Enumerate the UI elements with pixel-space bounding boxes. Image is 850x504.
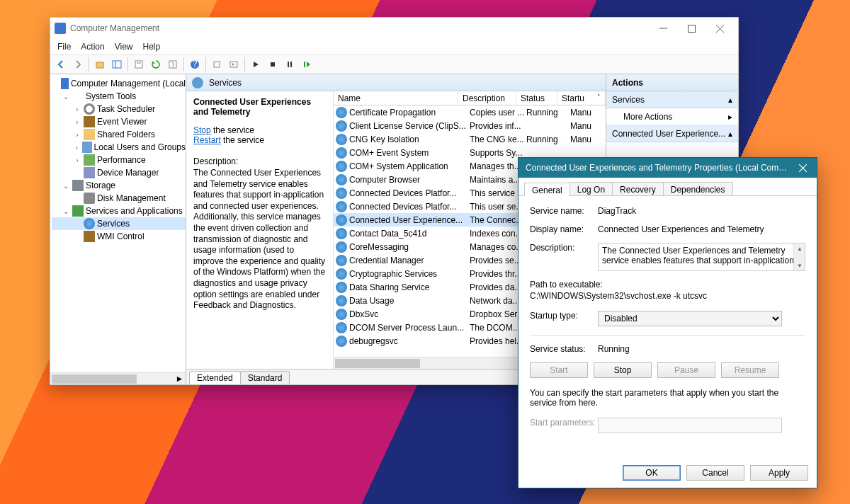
tree-horizontal-scrollbar[interactable]: ◄► [50, 372, 186, 384]
service-row[interactable]: Client License Service (ClipS...Provides… [334, 119, 606, 132]
description-scrollbar[interactable]: ▲▼ [793, 244, 805, 270]
restart-toolbar-button[interactable] [299, 57, 314, 72]
window-title: Computer Management [70, 23, 649, 33]
cell-name: DCOM Server Process Laun... [349, 323, 470, 333]
tree-node[interactable]: ›Event Viewer [52, 115, 186, 128]
col-name[interactable]: Name [334, 91, 458, 105]
stop-toolbar-button[interactable] [265, 57, 280, 72]
tab-extended[interactable]: Extended [189, 371, 241, 384]
scroll-up-icon[interactable]: ▲ [794, 244, 805, 253]
properties-toolbar-button[interactable] [131, 57, 147, 72]
stop-button[interactable]: Stop [594, 362, 652, 378]
description-text: The Connected User Experiences and Telem… [193, 168, 326, 311]
tree-label: System Tools [86, 91, 136, 101]
tree-root[interactable]: Computer Management (Local [52, 77, 186, 90]
lbl-service-status: Service status: [530, 344, 598, 354]
tab-recovery[interactable]: Recovery [612, 182, 664, 195]
lbl-description: Description: [530, 243, 598, 271]
menu-view[interactable]: View [115, 42, 133, 52]
val-path: C:\WINDOWS\System32\svchost.exe -k utcsv… [530, 291, 805, 301]
startup-type-select[interactable]: Disabled [598, 311, 782, 326]
titlebar[interactable]: Computer Management [50, 18, 738, 39]
tree-label: Event Viewer [97, 117, 147, 127]
cell-name: COM+ Event System [349, 148, 470, 158]
export-button[interactable] [165, 57, 181, 72]
tab-general[interactable]: General [524, 183, 570, 196]
tree-label: Task Scheduler [97, 104, 155, 114]
column-headers[interactable]: Name Description Status Startu ˄ [334, 91, 606, 105]
stop-service-link[interactable]: Stop [193, 125, 211, 135]
menu-help[interactable]: Help [143, 42, 161, 52]
forward-button[interactable] [70, 57, 86, 72]
scrollbar-thumb[interactable] [52, 374, 137, 384]
up-button[interactable] [92, 57, 108, 72]
item-icon [84, 116, 95, 127]
actions-section-selected[interactable]: Connected User Experience...▴ [606, 125, 738, 142]
tree-node[interactable]: ⌄Services and Applications [52, 205, 186, 217]
scroll-down-icon[interactable]: ▼ [794, 260, 805, 270]
col-startup[interactable]: Startu ˄ [557, 91, 606, 105]
tab-logon[interactable]: Log On [570, 182, 613, 195]
col-status[interactable]: Status [516, 91, 557, 105]
app-icon [55, 23, 66, 34]
tree-node[interactable]: ›Local Users and Groups [52, 141, 186, 154]
tree-node[interactable]: WMI Control [52, 230, 186, 243]
restart-service-link[interactable]: Restart [193, 135, 221, 145]
cell-name: Cryptographic Services [349, 269, 470, 279]
chevron-down-icon: ⌄ [62, 93, 70, 101]
scrollbar-thumb[interactable] [335, 359, 420, 368]
service-row[interactable]: Certificate PropagationCopies user ...Ru… [334, 105, 606, 119]
cell-name: CoreMessaging [349, 242, 470, 252]
refresh-button[interactable] [148, 57, 164, 72]
toolbar-extra-2[interactable] [226, 57, 242, 72]
tree-node[interactable]: Disk Management [52, 192, 186, 205]
item-icon [84, 218, 95, 229]
tree-node[interactable]: Device Manager [52, 166, 186, 179]
dialog-titlebar[interactable]: Connected User Experiences and Telemetry… [518, 158, 817, 178]
dialog-close-button[interactable] [788, 158, 817, 178]
maximize-button[interactable] [677, 20, 706, 37]
cell-name: COM+ System Application [349, 161, 470, 171]
menubar: File Action View Help [50, 39, 738, 55]
tree-node[interactable]: ›Performance [52, 154, 186, 166]
item-icon [84, 103, 95, 115]
show-hide-button[interactable] [109, 57, 125, 72]
toolbar-extra-1[interactable] [209, 57, 225, 72]
close-button[interactable] [706, 20, 734, 37]
navigation-tree[interactable]: Computer Management (Local ⌄System Tools… [50, 74, 186, 384]
menu-action[interactable]: Action [81, 42, 104, 52]
scroll-right-icon[interactable]: ► [174, 373, 186, 385]
tree-node[interactable]: ›Task Scheduler [52, 103, 186, 115]
minimize-button[interactable] [649, 20, 677, 37]
actions-section-services[interactable]: Services▴ [606, 91, 738, 108]
chevron-right-icon: › [73, 105, 81, 113]
service-icon [336, 241, 347, 253]
tree-node[interactable]: ›Shared Folders [52, 128, 186, 141]
tree-node[interactable]: Services [52, 217, 186, 230]
tree-node[interactable]: ⌄Storage [52, 179, 186, 192]
cancel-button[interactable]: Cancel [686, 465, 744, 481]
service-row[interactable]: CNG Key IsolationThe CNG ke...RunningMan… [334, 132, 606, 146]
menu-file[interactable]: File [57, 42, 71, 52]
val-display-name: Connected User Experiences and Telemetry [598, 224, 805, 234]
ok-button[interactable]: OK [623, 465, 681, 481]
cell-name: Data Sharing Service [349, 282, 470, 292]
svg-rect-14 [304, 62, 305, 67]
tab-dependencies[interactable]: Dependencies [663, 182, 733, 195]
cell-name: Connected Devices Platfor... [349, 188, 470, 198]
help-button[interactable]: ? [187, 57, 203, 72]
pause-toolbar-button[interactable] [282, 57, 298, 72]
tree-node[interactable]: ⌄System Tools [52, 90, 186, 103]
start-parameters-input[interactable] [598, 418, 782, 433]
cell-description: Copies user ... [470, 108, 526, 118]
description-box[interactable]: The Connected User Experiences and Telem… [598, 243, 805, 271]
tree-label: Services [97, 219, 130, 229]
play-button[interactable] [248, 57, 264, 72]
apply-button[interactable]: Apply [750, 465, 808, 481]
description-label: Description: [193, 156, 326, 166]
tab-standard[interactable]: Standard [240, 371, 290, 384]
col-description[interactable]: Description [458, 91, 516, 105]
item-icon [84, 167, 95, 178]
back-button[interactable] [53, 57, 69, 72]
actions-more-1[interactable]: More Actions▸ [606, 108, 738, 125]
